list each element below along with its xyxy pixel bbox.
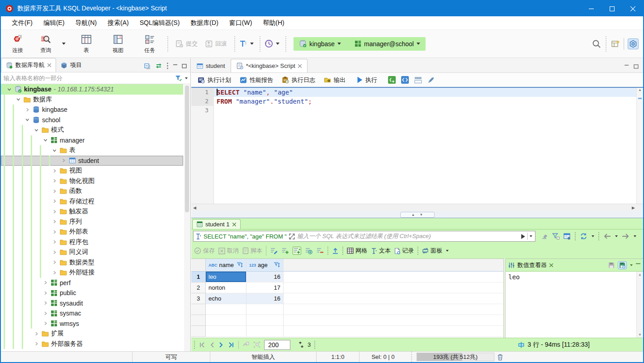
query-dropdown[interactable] [60, 43, 68, 45]
new-table-button[interactable]: 表 [72, 33, 100, 54]
duplicate-row-icon[interactable] [293, 247, 301, 255]
tree-item[interactable]: wmsys [1, 319, 183, 329]
code-line[interactable]: 3 [191, 106, 643, 115]
grid-cell-age[interactable]: 16 [246, 293, 284, 304]
connect-button[interactable]: 连接 [4, 33, 32, 54]
menu-help[interactable]: 帮助(H) [257, 17, 289, 29]
maximize-view-icon[interactable] [634, 64, 639, 69]
grid-corner-cell[interactable] [191, 259, 206, 272]
code-line[interactable]: 1SELECT "name", "age" [191, 88, 643, 97]
menu-sql-editor[interactable]: SQL编辑器(S) [134, 17, 185, 29]
save-value-icon[interactable] [608, 262, 615, 268]
tab-projects[interactable]: 项目 [56, 58, 86, 72]
tree-item[interactable]: 物化视图 [1, 176, 183, 186]
chevron-right-icon[interactable] [24, 107, 30, 112]
menu-edit[interactable]: 编辑(E) [38, 17, 70, 29]
search-icon[interactable] [592, 39, 601, 48]
tree-item[interactable]: 表 [1, 145, 183, 156]
grid-cell-age[interactable]: 16 [246, 272, 284, 282]
code-text[interactable]: FROM "manager"."student"; [214, 97, 643, 106]
chevron-right-icon[interactable] [43, 280, 48, 285]
row-number-cell[interactable]: 3 [191, 293, 206, 304]
save-value-auto-button[interactable] [618, 261, 627, 269]
history-icon[interactable] [264, 39, 274, 48]
maximize-view-icon[interactable] [182, 64, 187, 68]
fetch-page-icon[interactable] [242, 341, 250, 348]
scroll-right-arrow[interactable]: ▶ [632, 205, 635, 210]
back-dropdown-caret[interactable] [615, 235, 618, 237]
transaction-dropdown[interactable] [248, 43, 256, 45]
add-expression-icon[interactable] [305, 247, 313, 254]
row-number-cell[interactable]: 1 [191, 272, 206, 282]
chevron-right-icon[interactable] [61, 158, 66, 163]
perspective-icon[interactable] [628, 38, 639, 49]
tab-result-set[interactable]: student 1 [192, 219, 241, 229]
tree-filter-input[interactable]: 输入表格名称的一部分 [1, 72, 190, 84]
tree-item[interactable]: 数据类型 [1, 258, 183, 268]
code-text[interactable]: SELECT "name", "age" [214, 88, 643, 97]
script-button[interactable]: 脚本 [242, 247, 262, 255]
chevron-right-icon[interactable] [52, 250, 57, 255]
viewer-scrollbar[interactable]: ▲▼ [636, 272, 643, 338]
chevron-right-icon[interactable] [52, 178, 57, 183]
output-button[interactable]: 输出 [320, 75, 349, 86]
close-icon[interactable] [47, 63, 51, 67]
format-sql-icon[interactable] [388, 76, 396, 84]
custom-filter-icon[interactable] [552, 233, 559, 239]
transaction-filter-icon[interactable] [239, 39, 248, 48]
chevron-right-icon[interactable] [43, 301, 48, 306]
tree-item[interactable]: 外部表 [1, 227, 183, 237]
chevron-right-icon[interactable] [52, 219, 57, 224]
tree-item[interactable]: perf [1, 278, 183, 288]
tree-item[interactable]: 外部链接 [1, 267, 183, 278]
chevron-right-icon[interactable] [52, 229, 57, 234]
row-number-cell[interactable]: 2 [191, 282, 206, 293]
expand-filter-icon[interactable] [289, 234, 295, 239]
chevron-right-icon[interactable] [43, 291, 48, 296]
chevron-right-icon[interactable] [52, 239, 57, 244]
new-view-button[interactable]: 视图 [104, 33, 132, 54]
tree-item[interactable]: 触发器 [1, 206, 183, 217]
tree-item[interactable]: 同义词 [1, 247, 183, 258]
commit-button[interactable]: 提交 [175, 40, 198, 48]
tree-item[interactable]: public [1, 288, 183, 298]
tree-item[interactable]: 存储过程 [1, 196, 183, 207]
editor-horizontal-scrollbar[interactable]: ◀ ▶ [191, 204, 643, 211]
tree-item[interactable]: 扩展 [1, 329, 183, 339]
add-row-icon[interactable] [281, 247, 289, 254]
close-icon[interactable] [549, 263, 553, 267]
chevron-down-icon[interactable] [33, 128, 39, 133]
last-page-icon[interactable] [227, 342, 235, 348]
open-perspective-icon[interactable] [611, 39, 620, 48]
record-view-button[interactable]: 记录 [394, 247, 414, 255]
chevron-down-icon[interactable] [43, 138, 48, 143]
result-filter-input[interactable]: SELECT "name", "age" FROM " 输入一个 SQL 表达式… [193, 231, 535, 242]
code-line[interactable]: 2FROM "manager"."student"; [191, 97, 643, 106]
chevron-right-icon[interactable] [33, 331, 39, 336]
forward-icon[interactable] [622, 234, 630, 239]
refresh-dropdown-caret[interactable] [592, 235, 594, 237]
tree-item[interactable]: 函数 [1, 186, 183, 196]
connection-selector[interactable]: kingbase [295, 40, 345, 48]
view-menu-icon[interactable] [166, 62, 169, 69]
row-count-icon[interactable] [298, 341, 304, 348]
layout-icon[interactable] [414, 76, 422, 84]
export-data-icon[interactable] [332, 248, 339, 254]
table-row[interactable]: 2norton17 [191, 282, 503, 293]
minimize-view-icon[interactable] [173, 64, 178, 68]
tree-item[interactable]: student [1, 156, 183, 166]
chevron-right-icon[interactable] [43, 321, 48, 326]
chevron-right-icon[interactable] [52, 199, 57, 204]
sql-code-editor[interactable]: 1SELECT "name", "age"2FROM "manager"."st… [191, 88, 643, 204]
tree-item[interactable]: kingbase - 10.168.1.175:54321 [1, 84, 183, 95]
tree-item[interactable]: 数据库 [1, 95, 183, 105]
panels-button[interactable]: 面板 [422, 247, 449, 255]
tree-item[interactable]: 模式 [1, 125, 183, 135]
delete-row-icon[interactable] [316, 247, 324, 254]
fetch-size-input[interactable]: 200 [264, 340, 290, 350]
splitter-up-icon[interactable]: ▲ [412, 213, 415, 217]
code-text[interactable] [214, 106, 643, 115]
tree-item[interactable]: manager [1, 135, 183, 146]
tree-item[interactable]: 程序包 [1, 237, 183, 248]
tree-item[interactable]: kingbase [1, 105, 183, 115]
